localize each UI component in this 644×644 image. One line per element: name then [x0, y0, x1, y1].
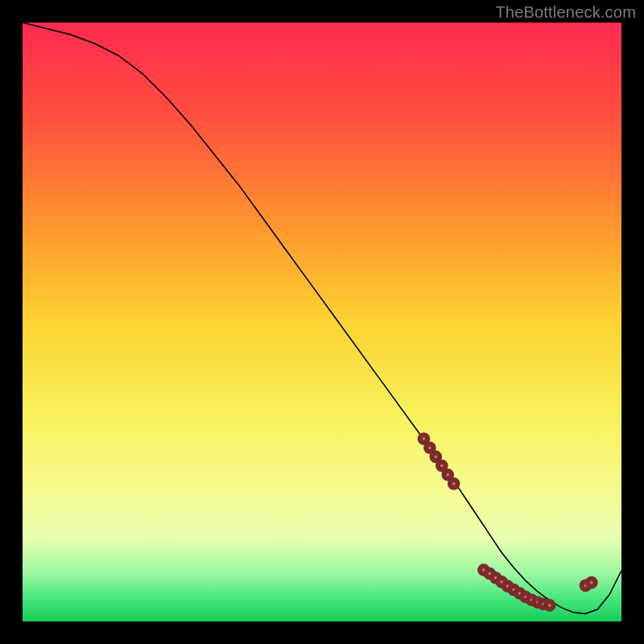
plot-area: [23, 23, 621, 621]
marker-dot: [432, 453, 440, 461]
marker-dot: [546, 601, 554, 609]
marker-dot: [444, 471, 452, 479]
gradient-background: [23, 23, 621, 621]
marker-dot: [420, 435, 428, 443]
marker-dot: [426, 444, 434, 452]
watermark-text: TheBottleneck.com: [495, 3, 636, 22]
marker-dot: [588, 579, 596, 587]
marker-dot: [438, 462, 446, 470]
chart-svg: [23, 23, 621, 621]
marker-dot: [450, 480, 458, 488]
chart-frame: TheBottleneck.com: [0, 0, 644, 644]
